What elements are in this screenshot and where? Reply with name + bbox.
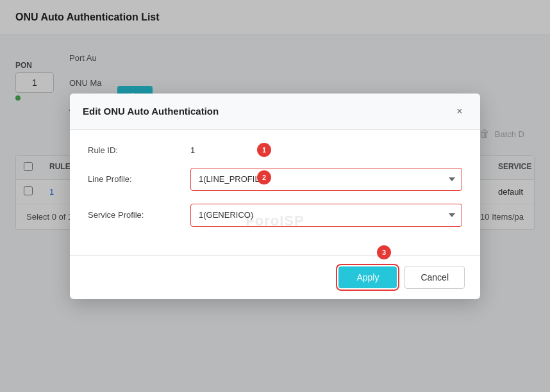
- modal-title: Edit ONU Auto Authentication: [83, 106, 219, 117]
- line-profile-label: Line Profile:: [88, 174, 190, 184]
- modal-footer: 3 Apply Cancel: [70, 255, 480, 299]
- cancel-button[interactable]: Cancel: [404, 266, 465, 289]
- rule-id-row: Rule ID: 1: [88, 145, 462, 155]
- service-profile-label: Service Profile:: [88, 210, 190, 220]
- line-profile-row: Line Profile: 1(LINE_PROFILE) default: [88, 168, 462, 191]
- badge-1: 1: [257, 143, 271, 157]
- modal-backdrop: Edit ONU Auto Authentication × 1 2 Rule …: [0, 0, 550, 392]
- badge-2: 2: [257, 170, 271, 184]
- service-profile-row: Service Profile: 1(GENERICO) default: [88, 204, 462, 227]
- rule-id-value: 1: [190, 145, 195, 155]
- modal-header: Edit ONU Auto Authentication ×: [70, 94, 480, 130]
- badge-3: 3: [377, 245, 391, 259]
- modal-body: 1 2 Rule ID: 1 Line Profile: 1(LINE_PROF…: [70, 130, 480, 255]
- service-profile-select[interactable]: 1(GENERICO) default: [190, 204, 462, 227]
- rule-id-label: Rule ID:: [88, 145, 190, 155]
- modal: Edit ONU Auto Authentication × 1 2 Rule …: [70, 94, 480, 299]
- apply-button[interactable]: Apply: [338, 266, 397, 288]
- line-profile-select[interactable]: 1(LINE_PROFILE) default: [190, 168, 462, 191]
- modal-close-button[interactable]: ×: [452, 104, 467, 119]
